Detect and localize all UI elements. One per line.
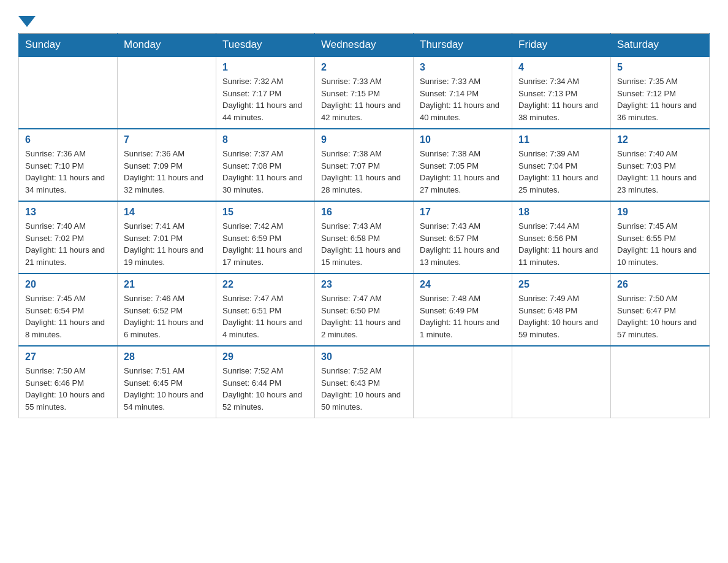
day-number: 22: [222, 279, 308, 290]
calendar-cell: [118, 56, 216, 129]
day-number: 9: [321, 134, 407, 145]
day-info: Sunrise: 7:39 AMSunset: 7:04 PMDaylight:…: [518, 148, 604, 196]
calendar-cell: 6Sunrise: 7:36 AMSunset: 7:10 PMDaylight…: [19, 129, 118, 201]
day-info: Sunrise: 7:50 AMSunset: 6:46 PMDaylight:…: [25, 365, 111, 413]
calendar-cell: 16Sunrise: 7:43 AMSunset: 6:58 PMDayligh…: [315, 201, 414, 274]
day-info: Sunrise: 7:43 AMSunset: 6:58 PMDaylight:…: [321, 220, 407, 268]
calendar-header-row: SundayMondayTuesdayWednesdayThursdayFrid…: [19, 34, 710, 57]
day-number: 14: [124, 207, 210, 218]
calendar-cell: 15Sunrise: 7:42 AMSunset: 6:59 PMDayligh…: [216, 201, 315, 274]
calendar-cell: 11Sunrise: 7:39 AMSunset: 7:04 PMDayligh…: [512, 129, 611, 201]
day-number: 8: [222, 134, 308, 145]
day-info: Sunrise: 7:52 AMSunset: 6:44 PMDaylight:…: [222, 365, 308, 413]
calendar-week-row: 6Sunrise: 7:36 AMSunset: 7:10 PMDaylight…: [19, 129, 710, 201]
calendar-cell: 19Sunrise: 7:45 AMSunset: 6:55 PMDayligh…: [611, 201, 710, 274]
header-wednesday: Wednesday: [315, 34, 414, 57]
logo: [18, 12, 36, 27]
day-info: Sunrise: 7:51 AMSunset: 6:45 PMDaylight:…: [124, 365, 210, 413]
calendar-cell: 27Sunrise: 7:50 AMSunset: 6:46 PMDayligh…: [19, 346, 118, 418]
day-number: 1: [222, 62, 308, 73]
calendar-cell: 12Sunrise: 7:40 AMSunset: 7:03 PMDayligh…: [611, 129, 710, 201]
calendar-cell: 25Sunrise: 7:49 AMSunset: 6:48 PMDayligh…: [512, 274, 611, 346]
calendar-cell: 7Sunrise: 7:36 AMSunset: 7:09 PMDaylight…: [118, 129, 216, 201]
calendar-cell: 17Sunrise: 7:43 AMSunset: 6:57 PMDayligh…: [414, 201, 512, 274]
calendar-cell: [611, 346, 710, 418]
day-info: Sunrise: 7:52 AMSunset: 6:43 PMDaylight:…: [321, 365, 407, 413]
calendar-cell: [19, 56, 118, 129]
day-info: Sunrise: 7:47 AMSunset: 6:50 PMDaylight:…: [321, 293, 407, 340]
day-info: Sunrise: 7:32 AMSunset: 7:17 PMDaylight:…: [222, 75, 308, 123]
calendar-table: SundayMondayTuesdayWednesdayThursdayFrid…: [18, 33, 710, 418]
day-number: 10: [420, 134, 506, 145]
day-number: 18: [518, 207, 604, 218]
calendar-cell: [512, 346, 611, 418]
day-number: 17: [420, 207, 506, 218]
day-info: Sunrise: 7:36 AMSunset: 7:09 PMDaylight:…: [124, 148, 210, 196]
day-number: 11: [518, 134, 604, 145]
day-number: 2: [321, 62, 407, 73]
day-info: Sunrise: 7:40 AMSunset: 7:02 PMDaylight:…: [25, 220, 111, 268]
day-info: Sunrise: 7:37 AMSunset: 7:08 PMDaylight:…: [222, 148, 308, 196]
calendar-cell: 22Sunrise: 7:47 AMSunset: 6:51 PMDayligh…: [216, 274, 315, 346]
day-number: 25: [518, 279, 604, 290]
calendar-cell: 30Sunrise: 7:52 AMSunset: 6:43 PMDayligh…: [315, 346, 414, 418]
day-number: 29: [222, 351, 308, 362]
calendar-cell: 8Sunrise: 7:37 AMSunset: 7:08 PMDaylight…: [216, 129, 315, 201]
calendar-cell: 9Sunrise: 7:38 AMSunset: 7:07 PMDaylight…: [315, 129, 414, 201]
calendar-week-row: 27Sunrise: 7:50 AMSunset: 6:46 PMDayligh…: [19, 346, 710, 418]
day-number: 5: [617, 62, 703, 73]
day-number: 27: [25, 351, 111, 362]
calendar-cell: 13Sunrise: 7:40 AMSunset: 7:02 PMDayligh…: [19, 201, 118, 274]
calendar-cell: [414, 346, 512, 418]
calendar-cell: 18Sunrise: 7:44 AMSunset: 6:56 PMDayligh…: [512, 201, 611, 274]
day-number: 30: [321, 351, 407, 362]
logo-arrow-icon: [18, 16, 36, 27]
day-info: Sunrise: 7:33 AMSunset: 7:15 PMDaylight:…: [321, 75, 407, 123]
day-info: Sunrise: 7:38 AMSunset: 7:05 PMDaylight:…: [420, 148, 506, 196]
header-friday: Friday: [512, 34, 611, 57]
calendar-cell: 4Sunrise: 7:34 AMSunset: 7:13 PMDaylight…: [512, 56, 611, 129]
header-saturday: Saturday: [611, 34, 710, 57]
day-number: 16: [321, 207, 407, 218]
day-number: 23: [321, 279, 407, 290]
calendar-cell: 21Sunrise: 7:46 AMSunset: 6:52 PMDayligh…: [118, 274, 216, 346]
day-number: 28: [124, 351, 210, 362]
calendar-cell: 3Sunrise: 7:33 AMSunset: 7:14 PMDaylight…: [414, 56, 512, 129]
calendar-cell: 23Sunrise: 7:47 AMSunset: 6:50 PMDayligh…: [315, 274, 414, 346]
day-info: Sunrise: 7:48 AMSunset: 6:49 PMDaylight:…: [420, 293, 506, 340]
day-info: Sunrise: 7:34 AMSunset: 7:13 PMDaylight:…: [518, 75, 604, 123]
day-info: Sunrise: 7:44 AMSunset: 6:56 PMDaylight:…: [518, 220, 604, 268]
page-header: [18, 12, 710, 27]
calendar-week-row: 13Sunrise: 7:40 AMSunset: 7:02 PMDayligh…: [19, 201, 710, 274]
day-number: 3: [420, 62, 506, 73]
header-tuesday: Tuesday: [216, 34, 315, 57]
day-number: 12: [617, 134, 703, 145]
day-number: 13: [25, 207, 111, 218]
day-info: Sunrise: 7:33 AMSunset: 7:14 PMDaylight:…: [420, 75, 506, 123]
calendar-cell: 26Sunrise: 7:50 AMSunset: 6:47 PMDayligh…: [611, 274, 710, 346]
day-info: Sunrise: 7:45 AMSunset: 6:54 PMDaylight:…: [25, 293, 111, 340]
day-info: Sunrise: 7:43 AMSunset: 6:57 PMDaylight:…: [420, 220, 506, 268]
calendar-cell: 28Sunrise: 7:51 AMSunset: 6:45 PMDayligh…: [118, 346, 216, 418]
day-number: 6: [25, 134, 111, 145]
calendar-cell: 20Sunrise: 7:45 AMSunset: 6:54 PMDayligh…: [19, 274, 118, 346]
day-info: Sunrise: 7:45 AMSunset: 6:55 PMDaylight:…: [617, 220, 703, 268]
day-info: Sunrise: 7:49 AMSunset: 6:48 PMDaylight:…: [518, 293, 604, 340]
logo-row1: [18, 12, 36, 27]
day-info: Sunrise: 7:47 AMSunset: 6:51 PMDaylight:…: [222, 293, 308, 340]
day-number: 7: [124, 134, 210, 145]
calendar-week-row: 1Sunrise: 7:32 AMSunset: 7:17 PMDaylight…: [19, 56, 710, 129]
day-info: Sunrise: 7:42 AMSunset: 6:59 PMDaylight:…: [222, 220, 308, 268]
header-monday: Monday: [118, 34, 216, 57]
day-info: Sunrise: 7:35 AMSunset: 7:12 PMDaylight:…: [617, 75, 703, 123]
header-sunday: Sunday: [19, 34, 118, 57]
calendar-cell: 5Sunrise: 7:35 AMSunset: 7:12 PMDaylight…: [611, 56, 710, 129]
calendar-cell: 10Sunrise: 7:38 AMSunset: 7:05 PMDayligh…: [414, 129, 512, 201]
day-number: 15: [222, 207, 308, 218]
day-number: 24: [420, 279, 506, 290]
calendar-cell: 29Sunrise: 7:52 AMSunset: 6:44 PMDayligh…: [216, 346, 315, 418]
day-number: 21: [124, 279, 210, 290]
header-thursday: Thursday: [414, 34, 512, 57]
calendar-cell: 14Sunrise: 7:41 AMSunset: 7:01 PMDayligh…: [118, 201, 216, 274]
day-info: Sunrise: 7:40 AMSunset: 7:03 PMDaylight:…: [617, 148, 703, 196]
